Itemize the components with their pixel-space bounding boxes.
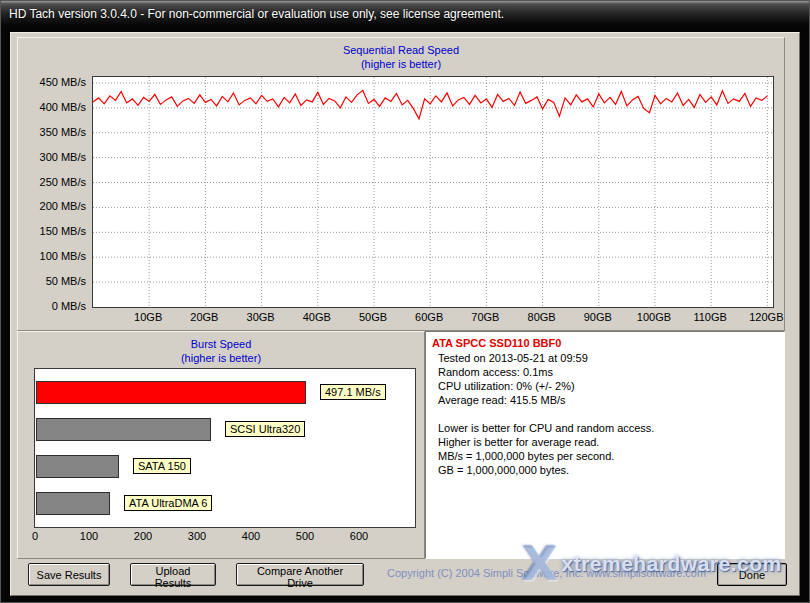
- burst-speed-panel: Burst Speed (higher is better) 497.1 MB/…: [17, 331, 425, 559]
- compare-another-drive-button[interactable]: Compare Another Drive: [236, 563, 364, 586]
- info-line: [426, 407, 784, 421]
- sequential-chart-subtitle: (higher is better): [18, 58, 784, 70]
- seq-x-tick-label: 20GB: [190, 311, 218, 323]
- done-button[interactable]: Done: [717, 563, 787, 586]
- seq-y-tick-label: 450 MB/s: [18, 76, 86, 88]
- seq-y-tick-label: 100 MB/s: [18, 250, 86, 262]
- drive-info-panel: ATA SPCC SSD110 BBF0 Tested on 2013-05-2…: [425, 331, 785, 559]
- sequential-plot-area: [92, 76, 774, 308]
- seq-y-tick-label: 50 MB/s: [18, 275, 86, 287]
- copyright-text: Copyright (C) 2004 Simpli Software, Inc.…: [387, 567, 706, 579]
- burst-chart-title: Burst Speed: [18, 338, 424, 350]
- seq-x-tick-label: 50GB: [359, 311, 387, 323]
- info-line: CPU utilization: 0% (+/- 2%): [426, 379, 784, 393]
- seq-y-tick-label: 0 MB/s: [18, 300, 86, 312]
- seq-y-tick-label: 300 MB/s: [18, 151, 86, 163]
- drive-name: ATA SPCC SSD110 BBF0: [426, 332, 784, 351]
- burst-x-tick-label: 200: [134, 530, 152, 542]
- seq-x-tick-label: 40GB: [303, 311, 331, 323]
- burst-x-tick-label: 0: [32, 530, 38, 542]
- seq-y-tick-label: 150 MB/s: [18, 225, 86, 237]
- burst-bar: [36, 492, 110, 515]
- sequential-line-chart: [93, 77, 773, 307]
- burst-plot-area: 497.1 MB/sSCSI Ultra320SATA 150ATA Ultra…: [34, 368, 416, 528]
- burst-bar: [36, 418, 211, 441]
- burst-bar-label: ATA UltraDMA 6: [124, 495, 212, 511]
- seq-x-tick-label: 120GB: [749, 311, 783, 323]
- sequential-x-axis: 10GB20GB30GB40GB50GB60GB70GB80GB90GB100G…: [92, 311, 774, 325]
- burst-bar-label: 497.1 MB/s: [320, 384, 386, 400]
- info-line: MB/s = 1,000,000 bytes per second.: [426, 449, 784, 463]
- client-area: Sequential Read Speed (higher is better)…: [10, 32, 800, 596]
- seq-x-tick-label: 90GB: [584, 311, 612, 323]
- drive-info-lines: Tested on 2013-05-21 at 09:59Random acce…: [426, 351, 784, 477]
- save-results-button[interactable]: Save Results: [28, 563, 110, 586]
- burst-bar: [36, 381, 306, 404]
- seq-x-tick-label: 10GB: [134, 311, 162, 323]
- burst-bar-label: SATA 150: [133, 458, 191, 474]
- info-line: Higher is better for average read.: [426, 435, 784, 449]
- title-bar[interactable]: HD Tach version 3.0.4.0 - For non-commer…: [1, 1, 809, 27]
- info-line: Lower is better for CPU and random acces…: [426, 421, 784, 435]
- info-line: GB = 1,000,000,000 bytes.: [426, 463, 784, 477]
- burst-x-tick-label: 600: [350, 530, 368, 542]
- info-line: Average read: 415.5 MB/s: [426, 393, 784, 407]
- seq-y-tick-label: 250 MB/s: [18, 176, 86, 188]
- window-title: HD Tach version 3.0.4.0 - For non-commer…: [9, 7, 504, 21]
- sequential-y-axis: 450 MB/s400 MB/s350 MB/s300 MB/s250 MB/s…: [18, 76, 86, 308]
- burst-chart-subtitle: (higher is better): [18, 352, 424, 364]
- burst-bar: [36, 455, 119, 478]
- info-line: Random access: 0.1ms: [426, 365, 784, 379]
- burst-x-tick-label: 400: [242, 530, 260, 542]
- seq-x-tick-label: 60GB: [415, 311, 443, 323]
- seq-y-tick-label: 350 MB/s: [18, 126, 86, 138]
- upload-results-button[interactable]: Upload Results: [130, 563, 216, 586]
- hd-tach-window: HD Tach version 3.0.4.0 - For non-commer…: [0, 0, 810, 603]
- burst-x-tick-label: 300: [188, 530, 206, 542]
- burst-x-axis: 0100200300400500600: [34, 530, 416, 544]
- burst-bar-label: SCSI Ultra320: [225, 421, 305, 437]
- seq-y-tick-label: 200 MB/s: [18, 200, 86, 212]
- burst-x-tick-label: 500: [296, 530, 314, 542]
- burst-x-tick-label: 100: [80, 530, 98, 542]
- seq-x-tick-label: 30GB: [247, 311, 275, 323]
- info-line: Tested on 2013-05-21 at 09:59: [426, 351, 784, 365]
- seq-x-tick-label: 110GB: [693, 311, 726, 323]
- seq-x-tick-label: 80GB: [528, 311, 556, 323]
- sequential-read-panel: Sequential Read Speed (higher is better)…: [17, 37, 785, 331]
- seq-x-tick-label: 70GB: [471, 311, 499, 323]
- seq-x-tick-label: 100GB: [637, 311, 671, 323]
- seq-y-tick-label: 400 MB/s: [18, 101, 86, 113]
- sequential-chart-title: Sequential Read Speed: [18, 44, 784, 56]
- sequential-read-line: [93, 90, 767, 118]
